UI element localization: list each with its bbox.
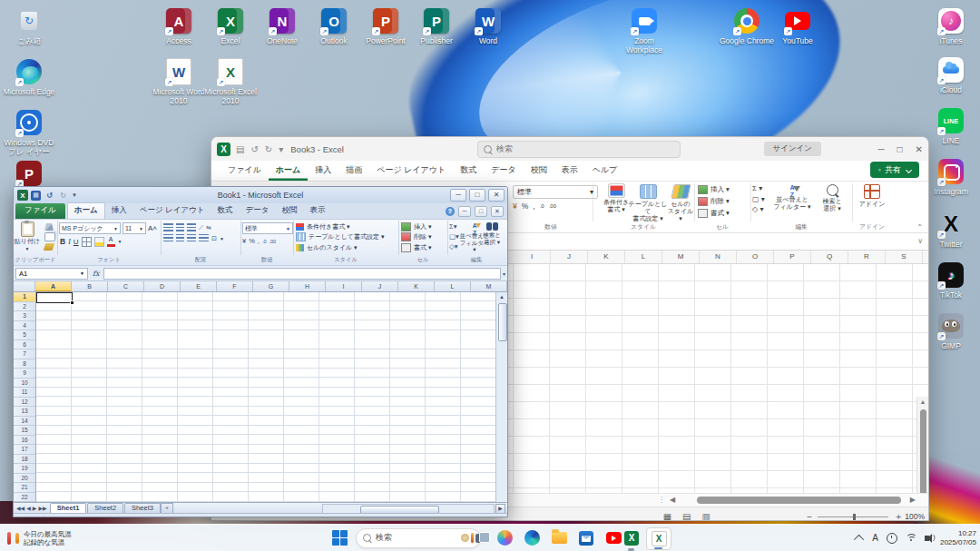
clear-icon[interactable]: ◇ ▾ [752, 205, 765, 213]
fill-color-icon[interactable] [94, 237, 104, 247]
workbook-minimize-icon[interactable]: ─ [458, 206, 471, 217]
format-cells-button[interactable]: 書式 ▾ [698, 209, 730, 218]
hidden-icons-chevron[interactable] [854, 534, 864, 544]
desktop-icon-itunes[interactable]: ♪↗ iTunes [922, 7, 980, 45]
conditional-formatting-button[interactable]: 条件付き書式 ▾ [296, 222, 398, 231]
excel365-tab-8[interactable]: 校閲 [524, 161, 554, 181]
column-header-E[interactable]: E [181, 281, 217, 291]
maximize-icon[interactable]: □ [469, 189, 485, 202]
column-header-G[interactable]: G [253, 281, 289, 291]
collapse-ribbon-icon[interactable]: ⌃ [916, 223, 923, 231]
column-header-S[interactable]: S [886, 251, 923, 263]
number-format-buttons[interactable]: ¥%, .0.00 [242, 237, 293, 245]
column-header-O[interactable]: O [737, 251, 774, 263]
desktop-icon-instagram[interactable]: ↗ Instagram [922, 158, 980, 196]
column-header-N[interactable]: N [700, 251, 737, 263]
insert-cells-button[interactable]: 挿入 ▾ [698, 185, 730, 194]
column-header-I[interactable]: I [326, 281, 362, 291]
desktop-icon-onenote[interactable]: N↗ OneNote [253, 7, 311, 45]
grow-font-icon[interactable]: A˄ [148, 224, 157, 232]
desktop-icon-publisher[interactable]: P↗ Publisher [407, 7, 466, 45]
excel365-tab-1[interactable]: ファイル [220, 161, 269, 181]
fx-icon[interactable]: fx [90, 270, 102, 278]
insert-cells-button[interactable]: 挿入 ▾ [401, 222, 447, 231]
row-header-17[interactable]: 17 [14, 445, 35, 455]
desktop-icon-pdf-app[interactable]: P↗ [0, 160, 58, 189]
clear-icon[interactable]: ◇▾ [449, 242, 459, 251]
row-header-13[interactable]: 13 [14, 407, 35, 417]
excel365-tab-7[interactable]: データ [484, 161, 523, 181]
desktop-icon-powerpoint[interactable]: P↗ PowerPoint [357, 7, 415, 45]
row-header-8[interactable]: 8 [14, 359, 35, 369]
column-header-H[interactable]: H [289, 281, 326, 291]
column-header-B[interactable]: B [72, 281, 108, 291]
font-name-select[interactable]: MS Pゴシック▼ [59, 222, 121, 234]
indent-icon[interactable] [199, 234, 209, 242]
excel365-tab-4[interactable]: 描画 [338, 161, 369, 181]
expand-formula-bar-icon[interactable]: ∨ [917, 237, 923, 245]
row-header-16[interactable]: 16 [14, 436, 35, 446]
find-select-button[interactable]: 検索と 選択 ▾ [480, 222, 504, 245]
column-header-L[interactable]: L [435, 281, 471, 291]
taskbar-clock[interactable]: 10:27 2025/07/05 [940, 529, 976, 546]
excel2010-vertical-scrollbar[interactable]: ▲ [495, 292, 507, 502]
column-header-I[interactable]: I [514, 251, 551, 263]
excel2010-tab-3[interactable]: 挿入 [105, 203, 133, 219]
wrap-text-icon[interactable]: ⇋ [206, 224, 211, 231]
close-icon[interactable]: ✕ [488, 189, 505, 202]
desktop-icon-youtube[interactable]: ↗ YouTube [769, 7, 827, 45]
desktop-icon-line[interactable]: LINE↗ LINE [922, 107, 980, 145]
format-cells-button[interactable]: 書式 ▾ [401, 243, 447, 252]
paste-button[interactable]: 貼り付け ▼ [14, 221, 41, 252]
align-right-icon[interactable] [187, 234, 196, 242]
desktop-icon-word-2010[interactable]: W↗ Microsoft Word 2010 [150, 58, 208, 105]
excel365-tab-10[interactable]: ヘルプ [585, 161, 625, 181]
expand-formula-bar-icon[interactable]: ▾ [503, 271, 505, 277]
fill-icon[interactable]: ▢ ▾ [752, 195, 765, 203]
merge-center-icon[interactable]: ⊡ [211, 235, 217, 242]
column-header-M[interactable]: M [471, 281, 507, 291]
delete-cells-button[interactable]: 削除 ▾ [698, 197, 730, 206]
autosum-icon[interactable]: Σ▾ [449, 222, 459, 231]
italic-icon[interactable]: I [68, 238, 71, 246]
clipboard-small-buttons[interactable] [44, 223, 55, 251]
save-icon[interactable]: ▤ [236, 144, 244, 154]
autosum-icon[interactable]: Σ ▾ [752, 184, 765, 192]
addins-button[interactable]: アドイン [852, 184, 892, 208]
excel2010-tab-4[interactable]: ページ レイアウト [133, 203, 211, 219]
row-header-12[interactable]: 12 [14, 398, 35, 408]
column-header-J[interactable]: J [551, 251, 588, 263]
delete-cells-button[interactable]: 削除 ▾ [401, 232, 447, 241]
insert-worksheet-icon[interactable]: + [161, 503, 173, 514]
underline-icon[interactable]: U [74, 238, 79, 246]
zoom-percent[interactable]: 100% [392, 516, 409, 518]
excel365-tab-3[interactable]: 挿入 [308, 161, 338, 181]
column-header-J[interactable]: J [362, 281, 398, 291]
excel365-tab-9[interactable]: 表示 [554, 161, 585, 181]
weather-widget[interactable]: 今日の最高気温 記録的な気温 [7, 530, 72, 546]
number-format-select[interactable]: 標準▾ [513, 185, 598, 199]
desktop-icon-dvd-player[interactable]: ↗ Windows DVD プレ イヤー [0, 109, 58, 156]
column-header-K[interactable]: K [588, 251, 625, 263]
excel365-tab-2[interactable]: ホーム [269, 161, 308, 181]
excel2010-tab-5[interactable]: 数式 [211, 203, 239, 219]
workbook-close-icon[interactable]: ✕ [491, 206, 504, 217]
column-header-Q[interactable]: Q [811, 251, 848, 263]
column-header-A[interactable]: A [35, 281, 72, 291]
sheet-nav-buttons[interactable]: ◀◀◀ ▶▶▶ [14, 505, 50, 511]
row-header-22[interactable]: 22 [14, 493, 35, 503]
maximize-icon[interactable]: □ [897, 144, 903, 154]
borders-icon[interactable] [82, 237, 92, 247]
orientation-icon[interactable]: ⟋ [199, 224, 203, 231]
row-header-3[interactable]: 3 [14, 311, 35, 321]
taskbar-file-explorer[interactable] [550, 529, 568, 547]
volume-icon[interactable] [925, 536, 929, 541]
view-shortcuts[interactable]: ▦▤▥ [663, 512, 710, 522]
desktop-icon-excel-2010[interactable]: X↗ Microsoft Excel 2010 [201, 58, 260, 105]
desktop-icon-gimp[interactable]: ↗ GIMP [922, 312, 980, 350]
excel2010-tab-1[interactable]: ファイル [15, 203, 65, 219]
cell-styles-button[interactable]: セルの スタイル ▾ [667, 184, 694, 222]
row-header-15[interactable]: 15 [14, 426, 35, 436]
row-header-18[interactable]: 18 [14, 455, 35, 465]
find-select-button[interactable]: 検索と 選択 ▾ [812, 184, 852, 212]
